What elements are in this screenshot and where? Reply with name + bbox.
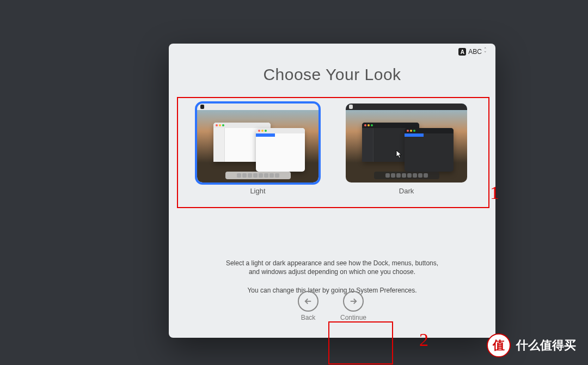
back-label: Back (301, 314, 316, 321)
apple-icon (200, 105, 204, 109)
cursor-icon (396, 150, 402, 159)
theme-option-light[interactable]: Light (197, 104, 318, 195)
continue-button[interactable]: Continue (340, 291, 366, 321)
arrow-left-icon (298, 291, 318, 312)
annotation-number-2: 2 (419, 330, 428, 350)
chevron-up-down-icon: ˄˅ (484, 48, 487, 56)
nav-buttons: Back Continue (169, 291, 495, 321)
input-source-label: ABC (468, 48, 482, 56)
description: Select a light or dark appearance and se… (169, 258, 495, 295)
theme-options: Light Dark (182, 104, 482, 242)
dark-preview-thumbnail (346, 104, 467, 182)
watermark: 值 什么值得买 (487, 333, 576, 357)
continue-label: Continue (340, 314, 366, 321)
watermark-text: 什么值得买 (516, 337, 576, 354)
theme-label-light: Light (250, 187, 265, 195)
description-line1: Select a light or dark appearance and se… (169, 259, 495, 267)
input-source-icon: A (458, 48, 466, 56)
light-preview-thumbnail (197, 104, 318, 182)
back-button[interactable]: Back (298, 291, 318, 321)
input-source-selector[interactable]: A ABC ˄˅ (458, 48, 487, 56)
description-line2: and windows adjust depending on which on… (169, 268, 495, 276)
annotation-number-1: 1 (490, 182, 499, 203)
apple-icon (349, 105, 353, 109)
theme-label-dark: Dark (399, 187, 414, 195)
arrow-right-icon (343, 291, 364, 312)
watermark-badge: 值 (487, 333, 511, 357)
setup-window: A ABC ˄˅ Choose Your Look Light (169, 44, 495, 338)
theme-option-dark[interactable]: Dark (346, 104, 467, 195)
page-title: Choose Your Look (169, 65, 495, 84)
